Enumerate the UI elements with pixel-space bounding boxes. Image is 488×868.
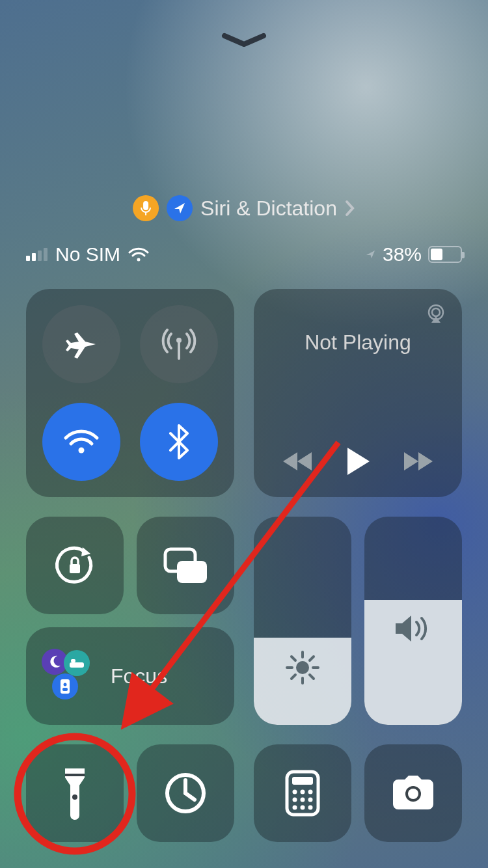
brightness-slider[interactable] <box>254 517 351 725</box>
bluetooth-icon <box>168 424 190 459</box>
svg-point-26 <box>72 794 77 800</box>
svg-line-29 <box>185 793 195 800</box>
signal-bars-icon <box>26 248 47 261</box>
fast-forward-icon <box>403 450 433 472</box>
svg-point-5 <box>79 448 85 454</box>
media-module[interactable]: Not Playing <box>254 289 462 497</box>
svg-point-11 <box>296 661 309 674</box>
status-bar: No SIM 38% <box>0 243 488 265</box>
focus-button[interactable]: Focus <box>26 627 234 725</box>
svg-rect-10 <box>177 561 207 583</box>
svg-point-36 <box>301 798 305 802</box>
rewind-icon <box>283 450 313 472</box>
svg-rect-31 <box>292 777 313 785</box>
camera-button[interactable] <box>364 744 462 842</box>
microphone-icon <box>133 195 159 221</box>
screen-mirroring-icon <box>161 545 210 586</box>
play-button[interactable] <box>345 446 371 476</box>
focus-modes-cluster <box>42 649 96 703</box>
svg-point-35 <box>293 798 297 802</box>
calculator-button[interactable] <box>254 744 351 842</box>
fast-forward-button[interactable] <box>403 450 433 472</box>
svg-rect-20 <box>70 662 84 668</box>
battery-percentage: 38% <box>383 243 422 265</box>
personal-icon <box>52 673 78 699</box>
location-arrow-icon <box>167 195 193 221</box>
sun-icon <box>284 649 321 686</box>
timer-icon <box>163 771 208 815</box>
svg-point-42 <box>408 789 418 799</box>
chevron-right-icon <box>345 199 355 217</box>
screen-mirroring-button[interactable] <box>137 517 234 614</box>
svg-point-37 <box>308 798 313 802</box>
svg-point-38 <box>293 806 297 810</box>
svg-point-7 <box>432 308 440 316</box>
svg-rect-25 <box>65 774 85 776</box>
siri-dictation-row[interactable]: Siri & Dictation <box>133 195 355 221</box>
svg-line-19 <box>291 675 295 679</box>
bluetooth-button[interactable] <box>140 403 218 481</box>
flashlight-icon <box>61 766 88 821</box>
rotation-lock-icon <box>51 542 98 589</box>
airplay-icon[interactable] <box>424 302 448 325</box>
location-indicator-icon <box>366 249 376 260</box>
svg-line-17 <box>310 675 314 679</box>
focus-label: Focus <box>111 664 167 688</box>
timer-button[interactable] <box>137 744 234 842</box>
airplane-mode-button[interactable] <box>42 305 120 383</box>
svg-point-34 <box>308 790 313 794</box>
wifi-button[interactable] <box>42 403 120 481</box>
sleep-icon <box>64 650 90 676</box>
camera-icon <box>389 774 437 812</box>
collapse-handle[interactable] <box>221 33 267 48</box>
svg-point-23 <box>64 683 67 686</box>
wifi-icon <box>63 427 100 456</box>
airplane-icon <box>63 326 100 362</box>
svg-line-18 <box>310 657 314 660</box>
svg-point-2 <box>137 258 141 262</box>
svg-line-16 <box>291 657 295 660</box>
svg-rect-0 <box>143 201 148 210</box>
speaker-icon <box>393 612 433 645</box>
now-playing-title: Not Playing <box>267 331 449 355</box>
svg-rect-21 <box>71 659 75 662</box>
svg-rect-22 <box>61 679 70 694</box>
svg-rect-8 <box>70 564 80 573</box>
carrier-label: No SIM <box>55 243 120 265</box>
volume-slider[interactable] <box>364 517 462 725</box>
svg-point-33 <box>301 790 305 794</box>
svg-rect-24 <box>62 688 68 691</box>
svg-point-40 <box>308 806 313 810</box>
flashlight-button[interactable] <box>26 744 124 842</box>
cellular-data-button[interactable] <box>140 305 218 383</box>
antenna-icon <box>159 325 198 364</box>
chevron-down-icon <box>221 33 267 48</box>
control-center-grid: Not Playing <box>26 289 462 842</box>
calculator-icon <box>285 770 320 817</box>
siri-dictation-label: Siri & Dictation <box>200 197 337 221</box>
battery-icon <box>428 246 462 263</box>
connectivity-module[interactable] <box>26 289 234 497</box>
svg-point-39 <box>301 806 305 810</box>
svg-point-32 <box>293 790 297 794</box>
wifi-icon <box>128 247 149 262</box>
rewind-button[interactable] <box>283 450 313 472</box>
play-icon <box>345 446 371 476</box>
orientation-lock-button[interactable] <box>26 517 124 614</box>
